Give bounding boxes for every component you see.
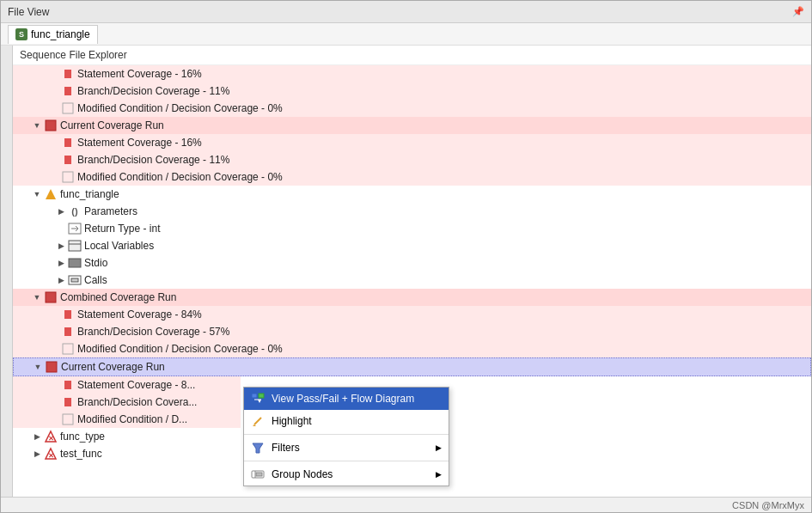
list-item[interactable]: Modified Condition / D... xyxy=(13,411,241,428)
item-label: Parameters xyxy=(84,205,137,217)
group-icon xyxy=(251,467,265,481)
chevron-open[interactable] xyxy=(30,119,44,132)
separator xyxy=(244,461,449,461)
coverage-run-icon xyxy=(44,290,58,304)
window-title: File View xyxy=(8,6,49,18)
status-bar: CSDN @MrxMyx xyxy=(1,497,811,512)
list-item[interactable]: Statement Coverage - 16% xyxy=(13,65,811,82)
list-item[interactable]: Branch/Decision Coverage - 57% xyxy=(13,323,811,340)
item-label: func_triangle xyxy=(60,188,119,200)
list-item[interactable]: Stdio xyxy=(13,254,811,272)
list-item[interactable]: Branch/Decision Coverage - 11% xyxy=(13,151,811,168)
list-item[interactable]: Modified Condition / Decision Coverage -… xyxy=(13,100,811,117)
chevron-closed[interactable] xyxy=(54,205,68,218)
tree-panel[interactable]: Sequence File Explorer Statement Coverag… xyxy=(13,46,811,497)
params-icon: () xyxy=(68,205,82,218)
item-label: Current Coverage Run xyxy=(61,361,165,373)
svg-marker-35 xyxy=(253,443,263,453)
item-label: Branch/Decision Coverage - 57% xyxy=(77,326,229,338)
list-item[interactable]: func_triangle xyxy=(13,186,811,203)
item-label: Statement Coverage - 84% xyxy=(77,308,202,321)
svg-rect-0 xyxy=(64,70,71,78)
item-label: Modified Condition / D... xyxy=(77,413,187,425)
left-sidebar xyxy=(1,46,13,497)
list-item[interactable]: Modified Condition / Decision Coverage -… xyxy=(13,168,811,186)
svg-rect-2 xyxy=(63,103,73,113)
chevron-closed[interactable] xyxy=(30,447,44,461)
item-label: Modified Condition / Decision Coverage -… xyxy=(77,171,283,183)
list-item[interactable]: Modified Condition / Decision Coverage -… xyxy=(13,340,811,357)
coverage-icon xyxy=(61,308,75,321)
svg-rect-1 xyxy=(64,87,71,95)
list-item[interactable]: Branch/Decision Covera... xyxy=(13,394,241,411)
svg-rect-21 xyxy=(46,362,57,372)
panel-header: Sequence File Explorer xyxy=(13,46,811,65)
item-label: Statement Coverage - 16% xyxy=(77,68,202,80)
chevron-open[interactable] xyxy=(30,187,44,201)
menu-item-label: Filters xyxy=(272,442,300,454)
svg-rect-18 xyxy=(64,310,71,319)
main-content: Sequence File Explorer Statement Coverag… xyxy=(1,46,811,497)
item-label: Modified Condition / Decision Coverage -… xyxy=(77,102,283,114)
s-icon: S xyxy=(15,28,27,40)
list-item[interactable]: Calls xyxy=(13,272,811,289)
chevron-closed[interactable] xyxy=(30,430,44,443)
coverage-run-icon xyxy=(44,119,58,132)
coverage-icon xyxy=(61,342,75,356)
list-item[interactable]: Combined Coverage Run xyxy=(13,289,811,306)
chevron-closed[interactable] xyxy=(54,239,68,253)
item-label: Current Coverage Run xyxy=(60,119,164,131)
func-triangle-tab[interactable]: S func_triangle xyxy=(8,25,98,44)
item-label: Return Type - int xyxy=(84,223,161,235)
item-label: func_type xyxy=(60,431,105,443)
context-menu-item-view-pass-fail[interactable]: View Pass/Fail + Flow Diagram xyxy=(244,388,449,410)
coverage-icon xyxy=(61,67,75,81)
coverage-icon xyxy=(61,136,75,150)
list-item[interactable]: Current Coverage Run xyxy=(13,117,811,134)
func-icon xyxy=(44,187,58,201)
svg-rect-4 xyxy=(64,138,71,147)
title-bar: File View 📌 xyxy=(1,1,811,23)
chevron-open[interactable] xyxy=(30,290,44,304)
context-menu-item-group-nodes[interactable]: Group Nodes ▶ xyxy=(244,463,449,486)
list-item[interactable]: () Parameters xyxy=(13,203,811,220)
svg-rect-6 xyxy=(63,172,73,182)
item-label: Combined Coverage Run xyxy=(60,291,176,303)
list-item[interactable]: Statement Coverage - 16% xyxy=(13,134,811,151)
context-menu-item-highlight[interactable]: Highlight xyxy=(244,410,449,432)
svg-rect-24 xyxy=(63,414,73,424)
list-item[interactable]: Current Coverage Run xyxy=(13,357,811,376)
list-item[interactable]: Branch/Decision Coverage - 11% xyxy=(13,82,811,100)
svg-rect-17 xyxy=(46,292,56,302)
list-item[interactable]: Local Variables xyxy=(13,237,811,254)
svg-rect-30 xyxy=(259,394,264,398)
pin-icon[interactable]: 📌 xyxy=(792,6,804,17)
local-vars-icon xyxy=(68,239,82,253)
svg-rect-22 xyxy=(64,381,71,389)
context-menu-item-filters[interactable]: Filters ▶ xyxy=(244,437,449,459)
svg-rect-20 xyxy=(63,344,73,354)
svg-rect-3 xyxy=(46,120,56,131)
svg-rect-29 xyxy=(252,394,257,398)
chevron-open[interactable] xyxy=(31,360,45,374)
list-item[interactable]: Statement Coverage - 84% xyxy=(13,306,811,323)
tab-bar: S func_triangle xyxy=(1,23,811,46)
coverage-icon xyxy=(61,378,75,392)
chevron-closed[interactable] xyxy=(54,256,68,270)
item-label: Branch/Decision Coverage - 11% xyxy=(77,154,229,166)
list-item[interactable]: Statement Coverage - 8... xyxy=(13,376,241,394)
svg-line-33 xyxy=(254,418,261,424)
coverage-icon xyxy=(61,101,75,115)
coverage-icon xyxy=(61,170,75,184)
svg-rect-19 xyxy=(64,327,71,336)
coverage-icon xyxy=(61,84,75,98)
item-label: Local Variables xyxy=(84,240,154,252)
list-item[interactable]: Return Type - int xyxy=(13,220,811,237)
svg-rect-5 xyxy=(64,156,71,164)
window-frame: File View 📌 S func_triangle Sequence Fil… xyxy=(0,0,812,513)
svg-text:✕: ✕ xyxy=(48,435,54,443)
chevron-closed[interactable] xyxy=(54,273,68,287)
coverage-icon xyxy=(61,325,75,339)
title-bar-left: File View xyxy=(8,6,49,18)
svg-rect-38 xyxy=(256,473,262,476)
